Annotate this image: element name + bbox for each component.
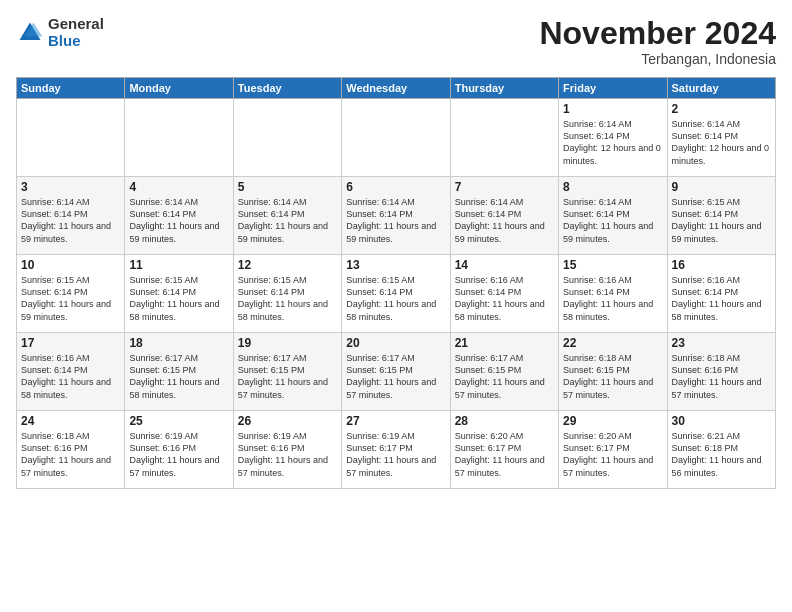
- day-number: 21: [455, 336, 554, 350]
- calendar-week-3: 10Sunrise: 6:15 AM Sunset: 6:14 PM Dayli…: [17, 255, 776, 333]
- logo: General Blue: [16, 16, 104, 49]
- day-detail: Sunrise: 6:21 AM Sunset: 6:18 PM Dayligh…: [672, 430, 771, 479]
- day-detail: Sunrise: 6:18 AM Sunset: 6:16 PM Dayligh…: [672, 352, 771, 401]
- col-monday: Monday: [125, 78, 233, 99]
- day-number: 8: [563, 180, 662, 194]
- calendar-header-row: Sunday Monday Tuesday Wednesday Thursday…: [17, 78, 776, 99]
- day-detail: Sunrise: 6:15 AM Sunset: 6:14 PM Dayligh…: [238, 274, 337, 323]
- day-number: 28: [455, 414, 554, 428]
- calendar-cell-w4-d3: 19Sunrise: 6:17 AM Sunset: 6:15 PM Dayli…: [233, 333, 341, 411]
- day-detail: Sunrise: 6:15 AM Sunset: 6:14 PM Dayligh…: [346, 274, 445, 323]
- day-detail: Sunrise: 6:15 AM Sunset: 6:14 PM Dayligh…: [129, 274, 228, 323]
- header: General Blue November 2024 Terbangan, In…: [16, 16, 776, 67]
- day-detail: Sunrise: 6:17 AM Sunset: 6:15 PM Dayligh…: [346, 352, 445, 401]
- day-number: 26: [238, 414, 337, 428]
- day-detail: Sunrise: 6:14 AM Sunset: 6:14 PM Dayligh…: [672, 118, 771, 167]
- calendar-cell-w3-d7: 16Sunrise: 6:16 AM Sunset: 6:14 PM Dayli…: [667, 255, 775, 333]
- day-detail: Sunrise: 6:14 AM Sunset: 6:14 PM Dayligh…: [563, 196, 662, 245]
- day-number: 20: [346, 336, 445, 350]
- calendar-cell-w1-d5: [450, 99, 558, 177]
- col-saturday: Saturday: [667, 78, 775, 99]
- day-detail: Sunrise: 6:14 AM Sunset: 6:14 PM Dayligh…: [129, 196, 228, 245]
- day-number: 6: [346, 180, 445, 194]
- calendar-cell-w3-d5: 14Sunrise: 6:16 AM Sunset: 6:14 PM Dayli…: [450, 255, 558, 333]
- logo-icon: [16, 19, 44, 47]
- calendar-cell-w4-d2: 18Sunrise: 6:17 AM Sunset: 6:15 PM Dayli…: [125, 333, 233, 411]
- calendar-week-1: 1Sunrise: 6:14 AM Sunset: 6:14 PM Daylig…: [17, 99, 776, 177]
- page: General Blue November 2024 Terbangan, In…: [0, 0, 792, 612]
- col-sunday: Sunday: [17, 78, 125, 99]
- calendar-cell-w1-d7: 2Sunrise: 6:14 AM Sunset: 6:14 PM Daylig…: [667, 99, 775, 177]
- calendar-cell-w3-d3: 12Sunrise: 6:15 AM Sunset: 6:14 PM Dayli…: [233, 255, 341, 333]
- calendar-cell-w2-d1: 3Sunrise: 6:14 AM Sunset: 6:14 PM Daylig…: [17, 177, 125, 255]
- day-number: 25: [129, 414, 228, 428]
- calendar-cell-w2-d7: 9Sunrise: 6:15 AM Sunset: 6:14 PM Daylig…: [667, 177, 775, 255]
- calendar-cell-w3-d6: 15Sunrise: 6:16 AM Sunset: 6:14 PM Dayli…: [559, 255, 667, 333]
- logo-blue-text: Blue: [48, 33, 104, 50]
- day-detail: Sunrise: 6:16 AM Sunset: 6:14 PM Dayligh…: [455, 274, 554, 323]
- day-number: 24: [21, 414, 120, 428]
- calendar-cell-w2-d5: 7Sunrise: 6:14 AM Sunset: 6:14 PM Daylig…: [450, 177, 558, 255]
- day-number: 7: [455, 180, 554, 194]
- calendar-week-4: 17Sunrise: 6:16 AM Sunset: 6:14 PM Dayli…: [17, 333, 776, 411]
- day-number: 16: [672, 258, 771, 272]
- day-detail: Sunrise: 6:19 AM Sunset: 6:16 PM Dayligh…: [238, 430, 337, 479]
- day-number: 17: [21, 336, 120, 350]
- day-detail: Sunrise: 6:16 AM Sunset: 6:14 PM Dayligh…: [672, 274, 771, 323]
- day-detail: Sunrise: 6:16 AM Sunset: 6:14 PM Dayligh…: [563, 274, 662, 323]
- calendar-week-5: 24Sunrise: 6:18 AM Sunset: 6:16 PM Dayli…: [17, 411, 776, 489]
- day-number: 13: [346, 258, 445, 272]
- day-number: 15: [563, 258, 662, 272]
- day-detail: Sunrise: 6:14 AM Sunset: 6:14 PM Dayligh…: [563, 118, 662, 167]
- day-number: 11: [129, 258, 228, 272]
- day-detail: Sunrise: 6:14 AM Sunset: 6:14 PM Dayligh…: [21, 196, 120, 245]
- day-detail: Sunrise: 6:14 AM Sunset: 6:14 PM Dayligh…: [455, 196, 554, 245]
- calendar-cell-w4-d1: 17Sunrise: 6:16 AM Sunset: 6:14 PM Dayli…: [17, 333, 125, 411]
- calendar-cell-w5-d2: 25Sunrise: 6:19 AM Sunset: 6:16 PM Dayli…: [125, 411, 233, 489]
- calendar-table: Sunday Monday Tuesday Wednesday Thursday…: [16, 77, 776, 489]
- calendar-cell-w5-d4: 27Sunrise: 6:19 AM Sunset: 6:17 PM Dayli…: [342, 411, 450, 489]
- day-detail: Sunrise: 6:15 AM Sunset: 6:14 PM Dayligh…: [672, 196, 771, 245]
- calendar-cell-w4-d4: 20Sunrise: 6:17 AM Sunset: 6:15 PM Dayli…: [342, 333, 450, 411]
- day-number: 10: [21, 258, 120, 272]
- title-block: November 2024 Terbangan, Indonesia: [539, 16, 776, 67]
- day-number: 1: [563, 102, 662, 116]
- subtitle: Terbangan, Indonesia: [539, 51, 776, 67]
- calendar-cell-w3-d2: 11Sunrise: 6:15 AM Sunset: 6:14 PM Dayli…: [125, 255, 233, 333]
- calendar-cell-w4-d7: 23Sunrise: 6:18 AM Sunset: 6:16 PM Dayli…: [667, 333, 775, 411]
- day-detail: Sunrise: 6:16 AM Sunset: 6:14 PM Dayligh…: [21, 352, 120, 401]
- logo-general-text: General: [48, 16, 104, 33]
- calendar-week-2: 3Sunrise: 6:14 AM Sunset: 6:14 PM Daylig…: [17, 177, 776, 255]
- calendar-cell-w5-d3: 26Sunrise: 6:19 AM Sunset: 6:16 PM Dayli…: [233, 411, 341, 489]
- col-thursday: Thursday: [450, 78, 558, 99]
- day-number: 4: [129, 180, 228, 194]
- calendar-cell-w2-d4: 6Sunrise: 6:14 AM Sunset: 6:14 PM Daylig…: [342, 177, 450, 255]
- calendar-cell-w3-d4: 13Sunrise: 6:15 AM Sunset: 6:14 PM Dayli…: [342, 255, 450, 333]
- day-number: 30: [672, 414, 771, 428]
- day-number: 19: [238, 336, 337, 350]
- calendar-cell-w1-d3: [233, 99, 341, 177]
- calendar-cell-w2-d3: 5Sunrise: 6:14 AM Sunset: 6:14 PM Daylig…: [233, 177, 341, 255]
- calendar-cell-w1-d2: [125, 99, 233, 177]
- day-detail: Sunrise: 6:19 AM Sunset: 6:17 PM Dayligh…: [346, 430, 445, 479]
- day-detail: Sunrise: 6:20 AM Sunset: 6:17 PM Dayligh…: [455, 430, 554, 479]
- day-detail: Sunrise: 6:17 AM Sunset: 6:15 PM Dayligh…: [455, 352, 554, 401]
- calendar-cell-w1-d4: [342, 99, 450, 177]
- day-number: 29: [563, 414, 662, 428]
- col-wednesday: Wednesday: [342, 78, 450, 99]
- day-detail: Sunrise: 6:14 AM Sunset: 6:14 PM Dayligh…: [238, 196, 337, 245]
- calendar-cell-w2-d2: 4Sunrise: 6:14 AM Sunset: 6:14 PM Daylig…: [125, 177, 233, 255]
- day-detail: Sunrise: 6:17 AM Sunset: 6:15 PM Dayligh…: [238, 352, 337, 401]
- day-number: 9: [672, 180, 771, 194]
- day-detail: Sunrise: 6:18 AM Sunset: 6:16 PM Dayligh…: [21, 430, 120, 479]
- day-detail: Sunrise: 6:14 AM Sunset: 6:14 PM Dayligh…: [346, 196, 445, 245]
- day-number: 2: [672, 102, 771, 116]
- day-detail: Sunrise: 6:19 AM Sunset: 6:16 PM Dayligh…: [129, 430, 228, 479]
- calendar-cell-w2-d6: 8Sunrise: 6:14 AM Sunset: 6:14 PM Daylig…: [559, 177, 667, 255]
- calendar-cell-w4-d5: 21Sunrise: 6:17 AM Sunset: 6:15 PM Dayli…: [450, 333, 558, 411]
- col-friday: Friday: [559, 78, 667, 99]
- logo-text: General Blue: [48, 16, 104, 49]
- calendar-cell-w3-d1: 10Sunrise: 6:15 AM Sunset: 6:14 PM Dayli…: [17, 255, 125, 333]
- day-detail: Sunrise: 6:17 AM Sunset: 6:15 PM Dayligh…: [129, 352, 228, 401]
- month-title: November 2024: [539, 16, 776, 51]
